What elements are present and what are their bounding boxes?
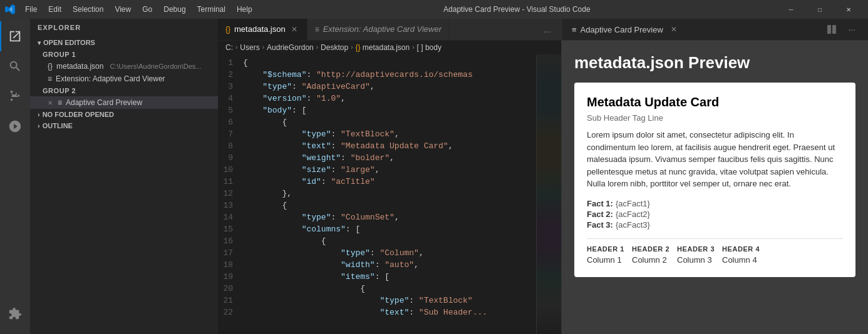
- line-content: "type": "TextBlock": [243, 295, 473, 306]
- source-control-icon: [8, 89, 22, 103]
- table-header-cell: HEADER 1: [587, 245, 624, 253]
- open-editors-section[interactable]: ▾ OPEN EDITORS: [30, 36, 218, 49]
- table-header-cell: HEADER 3: [677, 245, 715, 253]
- preview-panel: ≡ Adaptive Card Preview ✕ ··· metadata.j…: [561, 19, 868, 334]
- code-line: 19 "items": [: [218, 271, 536, 283]
- activity-run[interactable]: [0, 111, 30, 141]
- code-line: 14 "type": "ColumnSet",: [218, 211, 536, 223]
- line-content: "text": "Metadata Update Card",: [243, 140, 453, 152]
- code-line: 20 {: [218, 283, 536, 295]
- line-number: 13: [218, 200, 243, 211]
- close-button[interactable]: ✕: [834, 0, 863, 19]
- line-content: "weight": "bolder",: [243, 152, 395, 164]
- line-number: 16: [218, 235, 243, 247]
- fact-value: {acFact1}: [616, 199, 650, 208]
- preview-split-button[interactable]: [823, 21, 840, 38]
- code-line: 22 "text": "Sub Header...: [218, 306, 536, 318]
- line-number: 19: [218, 271, 243, 283]
- menu-terminal[interactable]: Terminal: [192, 0, 230, 19]
- tab-extension-icon: ≡: [315, 25, 319, 34]
- table-header-cell: HEADER 2: [632, 245, 669, 253]
- line-number: 22: [218, 306, 243, 318]
- table-cell: Column 2: [632, 255, 669, 265]
- group1-label: GROUP 1: [30, 49, 218, 60]
- window-controls: ─ □ ✕: [777, 0, 863, 19]
- line-content: "body": [: [243, 104, 306, 116]
- outline-arrow: ›: [38, 122, 40, 129]
- activity-bar: [0, 19, 30, 334]
- code-line: 9 "weight": "bolder",: [218, 152, 536, 164]
- minimize-button[interactable]: ─: [777, 0, 805, 19]
- sidebar-item-preview[interactable]: ✕ ≡ Adaptive Card Preview: [30, 96, 218, 109]
- table-cell: Column 3: [677, 255, 715, 265]
- maximize-button[interactable]: □: [805, 0, 834, 19]
- card-facts: Fact 1: {acFact1}Fact 2: {acFact2}Fact 3…: [587, 199, 843, 230]
- tab-actions: ···: [539, 23, 561, 40]
- fact-value: {acFact2}: [616, 210, 650, 219]
- table-row: Column 1Column 2Column 3Column 4: [587, 255, 843, 265]
- line-content: "$schema": "http://adaptivecards.io/sche…: [243, 69, 473, 81]
- menu-file[interactable]: File: [20, 0, 42, 19]
- vscode-icon: [5, 4, 15, 14]
- code-line: 6 {: [218, 116, 536, 128]
- editor-area: {} metadata.json ✕ ≡ Extension: Adaptive…: [218, 19, 561, 334]
- code-line: 2 "$schema": "http://adaptivecards.io/sc…: [218, 69, 536, 81]
- line-content: "items": [: [243, 271, 390, 283]
- menu-go[interactable]: Go: [137, 0, 157, 19]
- preview-tab-close[interactable]: ✕: [671, 25, 677, 34]
- menu-edit[interactable]: Edit: [43, 0, 66, 19]
- titlebar: File Edit Selection View Go Debug Termin…: [0, 0, 868, 19]
- line-content: "id": "acTitle": [243, 176, 375, 188]
- card-fact: Fact 2: {acFact2}: [587, 210, 843, 219]
- json-file-icon: {}: [48, 62, 53, 71]
- activity-extensions[interactable]: [0, 299, 30, 329]
- code-editor[interactable]: 1{2 "$schema": "http://adaptivecards.io/…: [218, 54, 536, 334]
- activity-search[interactable]: [0, 51, 30, 81]
- code-line: 12 },: [218, 188, 536, 200]
- outline-label: OUTLINE: [43, 122, 73, 129]
- tab-adaptive-viewer[interactable]: ≡ Extension: Adaptive Card Viewer: [307, 19, 450, 40]
- outline-section[interactable]: › OUTLINE: [30, 120, 218, 131]
- line-content: "type": "Column",: [243, 247, 424, 259]
- activity-source-control[interactable]: [0, 81, 30, 111]
- line-content: "version": "1.0",: [243, 93, 346, 104]
- sidebar-item-metadata-json[interactable]: {} metadata.json C:\Users\AudrieGordon\D…: [30, 60, 218, 73]
- card-body-text: Lorem ipsum dolor sit amet, consectetur …: [587, 129, 843, 190]
- code-line: 5 "body": [: [218, 104, 536, 116]
- breadcrumb-c[interactable]: C:: [225, 43, 233, 52]
- sidebar-item-metadata-path: C:\Users\AudrieGordon\Des...: [110, 63, 201, 70]
- menu-help[interactable]: Help: [232, 0, 257, 19]
- more-actions-button[interactable]: ···: [539, 23, 556, 40]
- card-table: HEADER 1HEADER 2HEADER 3HEADER 4 Column …: [587, 245, 843, 265]
- sidebar-item-adaptive-viewer[interactable]: ≡ Extension: Adaptive Card Viewer: [30, 73, 218, 85]
- menu-debug[interactable]: Debug: [158, 0, 190, 19]
- breadcrumb-users[interactable]: Users: [240, 43, 259, 52]
- breadcrumb-audriegordon[interactable]: AudrieGordon: [267, 43, 314, 52]
- line-content: "width": "auto",: [243, 259, 419, 271]
- code-line: 18 "width": "auto",: [218, 259, 536, 271]
- breadcrumb-body[interactable]: [ ] body: [417, 43, 442, 52]
- menu-view[interactable]: View: [110, 0, 136, 19]
- preview-tab-bar: ≡ Adaptive Card Preview ✕ ···: [562, 19, 868, 41]
- minimap[interactable]: [536, 54, 561, 334]
- editor-content: 1{2 "$schema": "http://adaptivecards.io/…: [218, 54, 561, 334]
- window-title: Adaptive Card Preview - Visual Studio Co…: [257, 5, 777, 14]
- preview-close-x[interactable]: ✕: [48, 99, 53, 106]
- tab-metadata-close[interactable]: ✕: [289, 24, 299, 34]
- preview-more-button[interactable]: ···: [843, 21, 860, 38]
- code-line: 8 "text": "Metadata Update Card",: [218, 140, 536, 152]
- table-cell: Column 1: [587, 255, 624, 265]
- tab-metadata-json[interactable]: {} metadata.json ✕: [218, 19, 307, 40]
- line-number: 17: [218, 247, 243, 259]
- line-number: 2: [218, 69, 243, 81]
- line-number: 20: [218, 283, 243, 295]
- no-folder-section[interactable]: › NO FOLDER OPENED: [30, 109, 218, 120]
- activity-explorer[interactable]: [0, 21, 30, 51]
- breadcrumb-metadata[interactable]: {} metadata.json: [355, 43, 410, 52]
- breadcrumb-desktop[interactable]: Desktop: [321, 43, 348, 52]
- menu-selection[interactable]: Selection: [68, 0, 108, 19]
- line-content: {: [243, 283, 365, 295]
- code-line: 10 "size": "large",: [218, 164, 536, 176]
- tab-json-icon: {}: [225, 25, 230, 34]
- preview-tab[interactable]: ≡ Adaptive Card Preview ✕: [569, 19, 679, 41]
